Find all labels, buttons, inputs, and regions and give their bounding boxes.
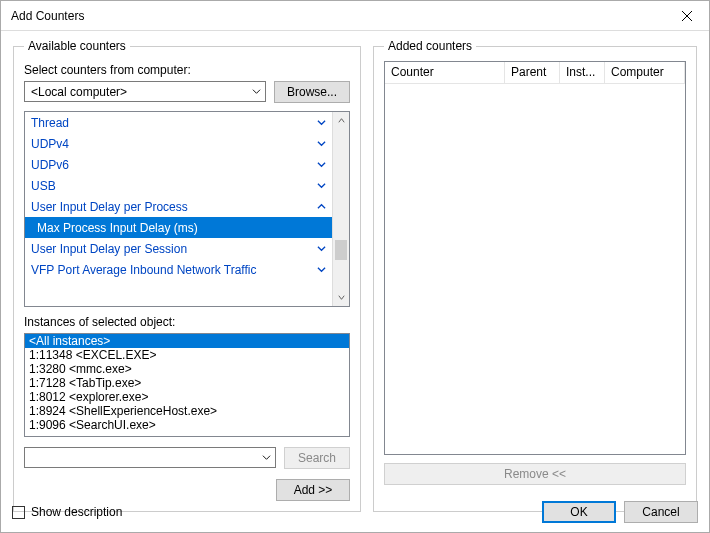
counter-scrollbar[interactable] <box>332 112 349 306</box>
counter-row[interactable]: Max Process Input Delay (ms) <box>25 217 332 238</box>
counter-row[interactable]: Thread <box>25 112 332 133</box>
added-legend: Added counters <box>384 39 476 53</box>
chevron-down-icon <box>252 85 261 99</box>
ok-button[interactable]: OK <box>542 501 616 523</box>
scroll-thumb[interactable] <box>335 240 347 260</box>
instance-row[interactable]: 1:7128 <TabTip.exe> <box>25 376 349 390</box>
close-icon <box>682 11 692 21</box>
counter-label: Thread <box>31 116 317 130</box>
chevron-down-icon[interactable] <box>317 242 326 256</box>
chevron-down-icon[interactable] <box>317 263 326 277</box>
computer-combo[interactable]: <Local computer> <box>24 81 266 103</box>
instance-list[interactable]: <All instances>1:11348 <EXCEL.EXE>1:3280… <box>24 333 350 437</box>
counter-row[interactable]: UDPv6 <box>25 154 332 175</box>
instance-row[interactable]: <All instances> <box>25 334 349 348</box>
scroll-down-icon[interactable] <box>333 289 349 306</box>
titlebar: Add Counters <box>1 1 709 31</box>
add-button[interactable]: Add >> <box>276 479 350 501</box>
counter-label: User Input Delay per Process <box>31 200 317 214</box>
counter-label: Max Process Input Delay (ms) <box>37 221 326 235</box>
col-counter[interactable]: Counter <box>385 62 505 84</box>
available-counters-group: Available counters Select counters from … <box>13 39 361 512</box>
added-table[interactable]: Counter Parent Inst... Computer <box>384 61 686 455</box>
browse-button[interactable]: Browse... <box>274 81 350 103</box>
instance-row[interactable]: 1:8012 <explorer.exe> <box>25 390 349 404</box>
counter-label: USB <box>31 179 317 193</box>
counter-label: User Input Delay per Session <box>31 242 317 256</box>
chevron-up-icon[interactable] <box>317 200 326 214</box>
counter-label: UDPv6 <box>31 158 317 172</box>
counter-row[interactable]: User Input Delay per Session <box>25 238 332 259</box>
table-header: Counter Parent Inst... Computer <box>385 62 685 84</box>
chevron-down-icon[interactable] <box>317 158 326 172</box>
cancel-button[interactable]: Cancel <box>624 501 698 523</box>
chevron-down-icon[interactable] <box>317 137 326 151</box>
counter-row[interactable]: User Input Delay per Process <box>25 196 332 217</box>
added-counters-group: Added counters Counter Parent Inst... Co… <box>373 39 697 512</box>
counter-label: UDPv4 <box>31 137 317 151</box>
search-button[interactable]: Search <box>284 447 350 469</box>
show-description-label: Show description <box>31 505 122 519</box>
remove-button[interactable]: Remove << <box>384 463 686 485</box>
chevron-down-icon <box>262 451 271 465</box>
chevron-down-icon[interactable] <box>317 116 326 130</box>
available-legend: Available counters <box>24 39 130 53</box>
instance-row[interactable]: 1:9096 <SearchUI.exe> <box>25 418 349 432</box>
counter-label: VFP Port Average Inbound Network Traffic <box>31 263 317 277</box>
counter-row[interactable]: UDPv4 <box>25 133 332 154</box>
instance-row[interactable]: 1:8924 <ShellExperienceHost.exe> <box>25 404 349 418</box>
counter-row[interactable]: VFP Port Average Inbound Network Traffic <box>25 259 332 280</box>
window-title: Add Counters <box>11 9 665 23</box>
scroll-up-icon[interactable] <box>333 112 349 129</box>
show-description-checkbox[interactable] <box>12 506 25 519</box>
instance-row[interactable]: 1:11348 <EXCEL.EXE> <box>25 348 349 362</box>
counter-list: ThreadUDPv4UDPv6USBUser Input Delay per … <box>24 111 350 307</box>
select-computer-label: Select counters from computer: <box>24 63 350 77</box>
instance-search-input[interactable] <box>24 447 276 468</box>
chevron-down-icon[interactable] <box>317 179 326 193</box>
instances-label: Instances of selected object: <box>24 315 350 329</box>
counter-row[interactable]: USB <box>25 175 332 196</box>
col-inst[interactable]: Inst... <box>560 62 605 84</box>
computer-value: <Local computer> <box>31 85 127 99</box>
instance-row[interactable]: 1:3280 <mmc.exe> <box>25 362 349 376</box>
col-parent[interactable]: Parent <box>505 62 560 84</box>
col-computer[interactable]: Computer <box>605 62 685 84</box>
close-button[interactable] <box>665 1 709 31</box>
